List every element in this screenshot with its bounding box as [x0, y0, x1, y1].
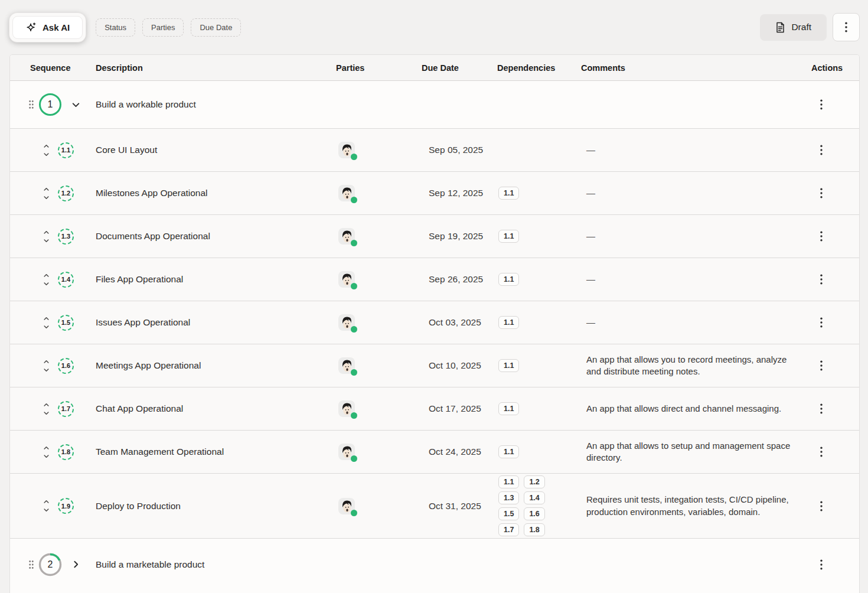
presence-dot	[351, 455, 357, 462]
chevron-right-icon[interactable]	[71, 559, 81, 569]
comment-text: An app that allows you to record meeting…	[572, 354, 811, 378]
assignee-avatar[interactable]	[338, 444, 355, 460]
dependency-chip[interactable]: 1.6	[524, 507, 544, 520]
toolbar-left: Ask AI Status Parties Due Date	[9, 13, 241, 42]
assignee-avatar[interactable]	[338, 357, 355, 374]
row-actions-button[interactable]	[817, 272, 826, 287]
sequence-badge: 1.9	[58, 498, 74, 514]
sequence-cell: 2	[21, 539, 86, 590]
draft-button[interactable]: Draft	[760, 14, 827, 41]
dependencies-cell: 1.1	[488, 230, 572, 243]
row-actions-button[interactable]	[817, 185, 826, 201]
task-title: Documents App Operational	[86, 231, 327, 242]
comment-text: Requires unit tests, integation tests, C…	[572, 494, 811, 518]
parties-cell	[327, 228, 412, 245]
table-header-row: Sequence Description Parties Due Date De…	[10, 55, 859, 81]
comment-text: An app that allows direct and channel me…	[572, 403, 811, 415]
dependency-chip[interactable]: 1.1	[498, 445, 519, 458]
dependency-chip[interactable]: 1.1	[498, 359, 519, 372]
task-title: Issues App Operational	[86, 317, 327, 328]
due-date: Oct 31, 2025	[412, 501, 488, 511]
sequence-number: 2	[38, 553, 62, 576]
chevron-down-icon[interactable]	[71, 100, 81, 110]
comment-text: —	[572, 144, 811, 156]
toolbar-right: Draft	[760, 13, 860, 41]
reorder-up-down-icon[interactable]	[43, 445, 50, 460]
row-actions-button[interactable]	[817, 358, 826, 373]
more-options-button[interactable]	[833, 13, 860, 41]
filter-chip-status[interactable]: Status	[96, 18, 135, 37]
sequence-badge: 1.2	[58, 185, 74, 201]
sequence-number: 1	[38, 93, 62, 116]
assignee-avatar[interactable]	[338, 185, 355, 201]
row-actions-button[interactable]	[817, 97, 826, 112]
table-body: 1Build a workable product1.1Core UI Layo…	[10, 81, 859, 590]
assignee-avatar[interactable]	[338, 142, 355, 158]
reorder-up-down-icon[interactable]	[43, 186, 50, 201]
actions-cell	[811, 315, 859, 330]
assignee-avatar[interactable]	[338, 400, 355, 417]
reorder-up-down-icon[interactable]	[43, 402, 50, 416]
sequence-badge: 1.4	[58, 272, 74, 288]
sequence-badge: 1.5	[58, 315, 74, 331]
milestones-table: Sequence Description Parties Due Date De…	[9, 54, 860, 593]
actions-cell	[811, 272, 859, 287]
row-actions-button[interactable]	[817, 401, 826, 416]
dependency-chip[interactable]: 1.7	[498, 523, 519, 536]
dependency-chip[interactable]: 1.5	[498, 507, 519, 520]
reorder-up-down-icon[interactable]	[43, 498, 50, 513]
row-actions-button[interactable]	[817, 444, 826, 460]
dependency-chip[interactable]: 1.2	[524, 475, 544, 488]
assignee-avatar[interactable]	[338, 271, 355, 288]
task-title: Deploy to Production	[86, 501, 327, 511]
dependency-chip[interactable]: 1.4	[524, 491, 544, 504]
sequence-cell: 1.5	[21, 301, 86, 344]
reorder-up-down-icon[interactable]	[43, 272, 50, 287]
reorder-up-down-icon[interactable]	[43, 143, 50, 158]
dependency-chip[interactable]: 1.3	[498, 491, 519, 504]
dependency-chip[interactable]: 1.1	[498, 230, 519, 243]
kebab-icon	[845, 22, 847, 32]
row-actions-button[interactable]	[817, 557, 826, 572]
actions-cell	[811, 358, 859, 373]
assignee-avatar[interactable]	[338, 498, 355, 514]
drag-handle-icon[interactable]	[28, 100, 34, 109]
sequence-cell: 1.6	[21, 344, 86, 387]
dependency-chip[interactable]: 1.1	[498, 273, 519, 286]
dependency-chip[interactable]: 1.1	[498, 475, 519, 488]
document-icon	[775, 22, 785, 33]
drag-handle-icon[interactable]	[28, 560, 34, 569]
task-title: Chat App Operational	[86, 403, 327, 414]
actions-cell	[811, 401, 859, 416]
actions-cell	[811, 185, 859, 201]
milestone-row: 1Build a workable product	[10, 81, 859, 129]
dependency-chip[interactable]: 1.1	[498, 316, 519, 329]
task-title: Files App Operational	[86, 274, 327, 285]
reorder-up-down-icon[interactable]	[43, 315, 50, 330]
sequence-cell: 1	[21, 81, 86, 128]
dependency-chip[interactable]: 1.8	[524, 523, 544, 536]
table-bottom-filler	[10, 590, 859, 593]
task-row: 1.3Documents App OperationalSep 19, 2025…	[10, 215, 859, 258]
actions-cell	[811, 97, 859, 112]
sequence-badge: 1.8	[58, 444, 74, 460]
row-actions-button[interactable]	[817, 229, 826, 244]
dependencies-cell: 1.1	[488, 187, 572, 200]
actions-cell	[811, 498, 859, 514]
row-actions-button[interactable]	[817, 142, 826, 158]
row-actions-button[interactable]	[817, 498, 826, 514]
dependencies-cell: 1.1	[488, 402, 572, 415]
filter-chip-parties[interactable]: Parties	[142, 18, 184, 37]
task-row: 1.4Files App OperationalSep 26, 20251.1—	[10, 258, 859, 301]
due-date: Oct 10, 2025	[412, 360, 488, 371]
dependency-chip[interactable]: 1.1	[498, 187, 519, 200]
reorder-up-down-icon[interactable]	[43, 359, 50, 373]
reorder-up-down-icon[interactable]	[43, 229, 50, 244]
row-actions-button[interactable]	[817, 315, 826, 330]
ask-ai-button[interactable]: Ask AI	[12, 16, 83, 39]
assignee-avatar[interactable]	[338, 228, 355, 245]
filter-chip-due-date[interactable]: Due Date	[191, 18, 241, 37]
dependency-chip[interactable]: 1.1	[498, 402, 519, 415]
presence-dot	[351, 326, 357, 333]
assignee-avatar[interactable]	[338, 314, 355, 331]
